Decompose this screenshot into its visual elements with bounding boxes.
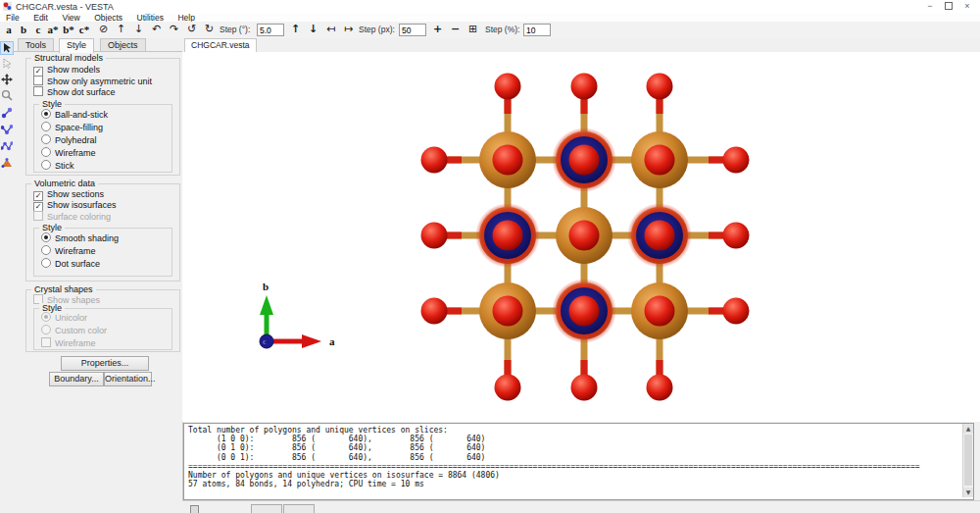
title-bar[interactable]: CHGCAR.vesta - VESTA − × — [0, 0, 980, 14]
radio-polyhedral[interactable]: Polyhedral — [41, 134, 97, 145]
side-panel: Tools Style Objects Structural models ✓S… — [14, 38, 183, 513]
tool-strip — [0, 38, 14, 513]
boundary-button[interactable]: Boundary... — [49, 372, 104, 386]
bottom-tab-strip — [182, 500, 980, 513]
check-show-sections[interactable]: ✓Show sections — [33, 189, 104, 200]
output-text: Total number of polygons and unique vert… — [188, 426, 961, 497]
menu-bar: File Edit View Objects Utilities Help — [0, 13, 980, 22]
axis-c-label: c — [263, 337, 267, 346]
view-along-c-button[interactable]: c — [31, 22, 45, 37]
rotate-up-icon[interactable]: ↑ — [113, 22, 129, 37]
view-along-a-star-button[interactable]: a* — [46, 22, 60, 37]
view-along-c-star-button[interactable]: c* — [77, 22, 91, 37]
view-along-b-button[interactable]: b — [17, 22, 30, 37]
measure-dihedral-icon[interactable] — [1, 140, 13, 152]
check-show-asymmetric-unit[interactable]: Show only asymmetric unit — [33, 76, 152, 86]
maximize-icon[interactable] — [940, 0, 957, 12]
step-deg-input[interactable] — [257, 24, 284, 36]
check-show-dot-surface[interactable]: Show dot surface — [33, 86, 116, 97]
output-scrollbar[interactable]: ▲ ▼ — [962, 424, 973, 497]
check-surface-coloring: Surface coloring — [33, 211, 111, 222]
tab-tools[interactable]: Tools — [18, 38, 54, 52]
minimize-icon[interactable]: − — [921, 0, 939, 12]
translate-left-icon[interactable]: ↤ — [322, 22, 339, 37]
check-show-models[interactable]: ✓Show models — [33, 65, 100, 76]
scroll-down-icon[interactable]: ▼ — [963, 487, 973, 497]
canvas-tab-bar: CHGCAR.vesta — [182, 38, 980, 53]
radio-wireframe[interactable]: Wireframe — [41, 147, 96, 158]
log-line: Total number of polygons and unique vert… — [188, 426, 961, 435]
group-crystal-shapes: Crystal shapes Show shapes Style Unicolo… — [25, 289, 180, 352]
radio-unicolor: Unicolor — [41, 312, 87, 323]
rotate-right-icon[interactable]: ↷ — [166, 22, 182, 37]
step-deg-label: Step (°): — [220, 22, 250, 37]
group-title: Crystal shapes — [31, 284, 96, 294]
group-title: Volumetric data — [31, 179, 98, 188]
bottom-tab[interactable] — [283, 504, 315, 513]
log-line: (0 0 1): 856 ( 640), 856 ( 640) — [188, 453, 961, 462]
roll-ccw-icon[interactable]: ↺ — [183, 22, 200, 37]
orientation-button[interactable]: Orientation... — [104, 372, 152, 386]
scroll-thumb[interactable] — [964, 435, 972, 486]
tab-divider — [14, 51, 182, 52]
group-structural-style: Style Ball-and-stick Space-filling Polyh… — [33, 104, 172, 173]
radio-stick[interactable]: Stick — [41, 160, 74, 171]
group-volumetric-style: Style Smooth shading Wireframe Dot surfa… — [33, 228, 172, 277]
window-title: CHGCAR.vesta - VESTA — [16, 2, 114, 12]
output-log[interactable]: Total number of polygons and unique vert… — [183, 423, 974, 500]
close-icon[interactable]: × — [958, 0, 976, 12]
rotate-left-icon[interactable]: ↶ — [148, 22, 165, 37]
measure-plane-icon[interactable] — [1, 157, 13, 169]
crystal-structure[interactable]: c b a — [182, 52, 980, 422]
axes-widget: c b a — [260, 281, 335, 348]
translate-up-icon[interactable]: ↑ — [287, 22, 304, 37]
properties-button[interactable]: Properties... — [61, 356, 149, 371]
scroll-up-icon[interactable]: ▲ — [963, 424, 973, 434]
group-structural-models: Structural models ✓Show models Show only… — [25, 58, 180, 176]
axis-a-label: a — [329, 335, 335, 347]
radio-volumetric-wireframe[interactable]: Wireframe — [41, 245, 96, 256]
render-canvas[interactable]: c b a — [182, 52, 980, 422]
roll-cw-icon[interactable]: ↻ — [201, 22, 218, 37]
rotate-down-icon[interactable]: ↓ — [130, 22, 147, 37]
radio-ball-and-stick[interactable]: Ball-and-stick — [41, 109, 108, 120]
area-select-icon[interactable] — [1, 58, 13, 70]
bottom-tab[interactable] — [251, 504, 282, 513]
log-line: ========================================… — [188, 462, 961, 471]
bottom-tab-marker — [190, 505, 199, 513]
canvas-tab-chgcar[interactable]: CHGCAR.vesta — [184, 38, 257, 52]
log-line: (0 1 0): 856 ( 640), 856 ( 640) — [188, 443, 961, 452]
log-line: (1 0 0): 856 ( 640), 856 ( 640) — [188, 435, 961, 443]
log-line: 57 atoms, 84 bonds, 14 polyhedra; CPU ti… — [188, 480, 961, 488]
translate-right-icon[interactable]: ↦ — [340, 22, 357, 37]
magnify-icon[interactable] — [1, 89, 13, 101]
step-pct-label: Step (%): — [485, 22, 519, 37]
view-along-b-star-button[interactable]: b* — [62, 22, 75, 37]
fit-to-screen-icon[interactable]: ⊞ — [465, 22, 481, 37]
check-show-isosurfaces[interactable]: ✓Show isosurfaces — [33, 200, 117, 211]
measure-distance-icon[interactable] — [1, 107, 13, 119]
group-title: Structural models — [31, 53, 106, 63]
group-crystal-style: Style Unicolor Custom color Wireframe — [33, 308, 172, 350]
vesta-window: CHGCAR.vesta - VESTA − × File Edit View … — [0, 0, 980, 513]
log-line: Number of polygons and unique vertices o… — [188, 471, 961, 480]
group-title: Style — [39, 223, 65, 232]
translate-drag-icon[interactable] — [1, 74, 13, 85]
reset-orientation-icon[interactable]: ⊘ — [95, 22, 112, 37]
radio-dot-surface[interactable]: Dot surface — [41, 258, 100, 269]
radio-smooth-shading[interactable]: Smooth shading — [41, 232, 119, 243]
main-toolbar: a b c a* b* c* ⊘ ↑ ↓ ↶ ↷ ↺ ↻ Step (°): ↑… — [0, 22, 980, 39]
radio-space-filling[interactable]: Space-filling — [41, 122, 103, 132]
translate-down-icon[interactable]: ↓ — [305, 22, 321, 37]
step-px-input[interactable] — [399, 24, 426, 36]
tab-objects[interactable]: Objects — [100, 38, 146, 52]
select-cursor-icon[interactable] — [1, 42, 13, 54]
tab-style[interactable]: Style — [59, 38, 94, 53]
check-crystal-wireframe: Wireframe — [41, 337, 96, 348]
group-volumetric-data: Volumetric data ✓Show sections ✓Show iso… — [25, 183, 180, 282]
zoom-out-icon[interactable]: − — [447, 22, 464, 37]
measure-angle-icon[interactable] — [1, 124, 13, 135]
zoom-in-icon[interactable]: + — [429, 22, 446, 37]
step-pct-input[interactable] — [523, 24, 551, 36]
view-along-a-button[interactable]: a — [2, 22, 16, 37]
